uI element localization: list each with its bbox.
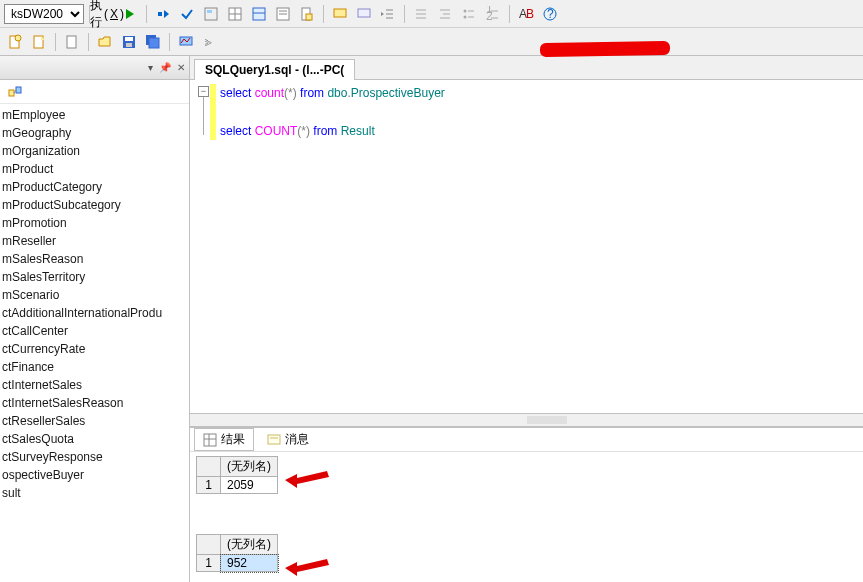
- save-button[interactable]: [118, 31, 140, 53]
- svg-marker-3: [164, 10, 169, 18]
- svg-text:2: 2: [486, 9, 493, 22]
- toolbar-overflow[interactable]: ⪢: [199, 35, 219, 49]
- indent-button[interactable]: [377, 3, 399, 25]
- bullets-button[interactable]: [458, 3, 480, 25]
- code-line[interactable]: select count(*) from dbo.ProspectiveBuye…: [220, 84, 445, 100]
- close-icon[interactable]: ✕: [177, 62, 185, 73]
- svg-rect-2: [158, 12, 162, 16]
- horizontal-splitter[interactable]: [190, 413, 863, 427]
- object-explorer-toolbar: [0, 80, 189, 104]
- results-text-button[interactable]: [272, 3, 294, 25]
- redaction-mark: [540, 41, 670, 57]
- result-table[interactable]: (无列名) 12059: [196, 456, 278, 494]
- pin-icon[interactable]: 📌: [159, 62, 171, 73]
- comment-button[interactable]: [329, 3, 351, 25]
- dropdown-arrow-icon[interactable]: ▾: [148, 62, 153, 73]
- blank-doc-button[interactable]: [61, 31, 83, 53]
- column-header[interactable]: (无列名): [221, 535, 278, 555]
- document-tab[interactable]: SQLQuery1.sql - (l...-PC(: [194, 59, 355, 80]
- tree-item[interactable]: ctAdditionalInternationalProdu: [0, 304, 189, 322]
- svg-rect-54: [204, 434, 216, 446]
- tree-item[interactable]: mOrganization: [0, 142, 189, 160]
- indent-icon: [380, 6, 396, 22]
- new-doc2-icon: [31, 34, 47, 50]
- tab-messages[interactable]: 消息: [258, 428, 318, 451]
- uncomment-button[interactable]: [353, 3, 375, 25]
- tree-item[interactable]: mGeography: [0, 124, 189, 142]
- new-query-button[interactable]: [4, 31, 26, 53]
- editor-area: SQLQuery1.sql - (l...-PC( − select count…: [190, 56, 863, 582]
- sql-editor[interactable]: − select count(*) from dbo.ProspectiveBu…: [190, 80, 863, 413]
- save-icon: [121, 34, 137, 50]
- svg-rect-44: [67, 36, 76, 48]
- column-header[interactable]: (无列名): [221, 457, 278, 477]
- row-header[interactable]: 1: [197, 477, 221, 494]
- check-icon: [179, 6, 195, 22]
- tab-results[interactable]: 结果: [194, 428, 254, 451]
- toolbar-separator: [88, 33, 89, 51]
- tree-item[interactable]: mScenario: [0, 286, 189, 304]
- results-file-button[interactable]: [296, 3, 318, 25]
- execute-button[interactable]: ! 执行(X): [95, 3, 117, 25]
- tree-item[interactable]: mReseller: [0, 232, 189, 250]
- outdent-right-button[interactable]: [434, 3, 456, 25]
- check-button[interactable]: [176, 3, 198, 25]
- toolbar-separator: [146, 5, 147, 23]
- corner-cell: [197, 457, 221, 477]
- tree-item[interactable]: ctFinance: [0, 358, 189, 376]
- tree-item[interactable]: ctInternetSales: [0, 376, 189, 394]
- folder-icon: [97, 34, 113, 50]
- new-query2-button[interactable]: [28, 31, 50, 53]
- tree-item[interactable]: ctSalesQuota: [0, 430, 189, 448]
- open-button[interactable]: [94, 31, 116, 53]
- blank-icon: [64, 34, 80, 50]
- tree-item[interactable]: mProductSubcategory: [0, 196, 189, 214]
- fold-line: [203, 97, 204, 135]
- result-table[interactable]: (无列名) 1952: [196, 534, 278, 572]
- results-icon: [251, 6, 267, 22]
- help-button[interactable]: ?: [539, 3, 561, 25]
- tree-item[interactable]: ctInternetSalesReason: [0, 394, 189, 412]
- text-result-icon: [275, 6, 291, 22]
- tree-item[interactable]: ctCallCenter: [0, 322, 189, 340]
- result-cell[interactable]: 2059: [221, 477, 278, 494]
- results-grid-button[interactable]: [248, 3, 270, 25]
- result-grid-2: (无列名) 1952: [190, 504, 863, 582]
- svg-rect-5: [207, 10, 212, 13]
- numbers-button[interactable]: 12: [482, 3, 504, 25]
- database-combo[interactable]: ksDW200: [4, 4, 84, 24]
- connect-button[interactable]: [4, 81, 26, 103]
- result-cell[interactable]: 952: [221, 555, 278, 572]
- row-header[interactable]: 1: [197, 555, 221, 572]
- result-grid-1: (无列名) 12059: [190, 452, 863, 504]
- tree-item[interactable]: sult: [0, 484, 189, 502]
- toolbar-separator: [509, 5, 510, 23]
- toolbar-separator: [169, 33, 170, 51]
- svg-point-41: [15, 35, 21, 41]
- grid-button[interactable]: [224, 3, 246, 25]
- saveall-button[interactable]: [142, 31, 164, 53]
- tree-item[interactable]: mProduct: [0, 160, 189, 178]
- tree-item[interactable]: ospectiveBuyer: [0, 466, 189, 484]
- results-pane: 结果 消息 (无列名) 12059 (无列名) 1952: [190, 427, 863, 582]
- tree-item[interactable]: ctSurveyResponse: [0, 448, 189, 466]
- font-button[interactable]: AB: [515, 3, 537, 25]
- outline-button[interactable]: [200, 3, 222, 25]
- tree-item[interactable]: mSalesTerritory: [0, 268, 189, 286]
- saveall-icon: [145, 34, 161, 50]
- play-button[interactable]: [119, 3, 141, 25]
- tree-item[interactable]: mPromotion: [0, 214, 189, 232]
- fold-toggle[interactable]: −: [198, 86, 209, 97]
- svg-rect-51: [9, 90, 14, 96]
- tree-item[interactable]: mSalesReason: [0, 250, 189, 268]
- tree-item[interactable]: ctResellerSales: [0, 412, 189, 430]
- code-line[interactable]: select COUNT(*) from Result: [220, 122, 375, 138]
- tree-item[interactable]: ctCurrencyRate: [0, 340, 189, 358]
- tree-item[interactable]: mEmployee: [0, 106, 189, 124]
- activity-button[interactable]: [175, 31, 197, 53]
- tree-item[interactable]: mProductCategory: [0, 178, 189, 196]
- object-tree[interactable]: mEmployeemGeographymOrganizationmProduct…: [0, 104, 189, 582]
- debug-step-button[interactable]: [152, 3, 174, 25]
- outdent-left-button[interactable]: [410, 3, 432, 25]
- splitter-thumb: [527, 416, 567, 424]
